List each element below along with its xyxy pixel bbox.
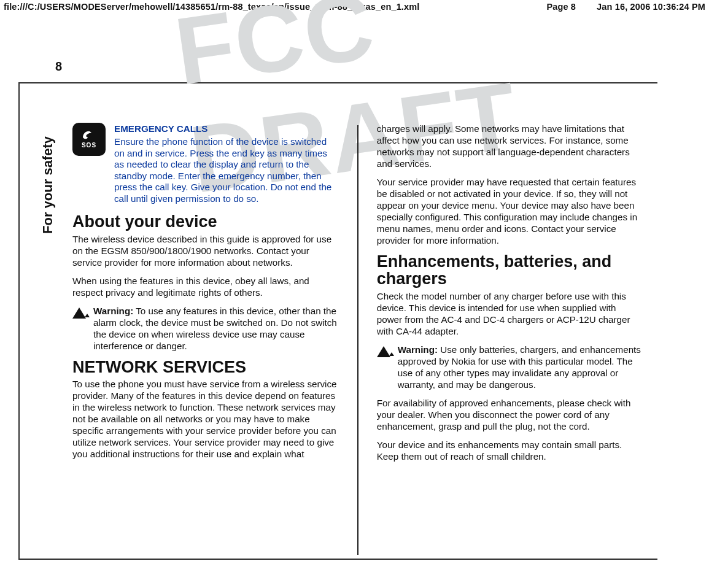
column-divider <box>357 125 358 555</box>
svg-marker-0 <box>72 308 86 319</box>
metadata-bar: file:///C:/USERS/MODEServer/mehowell/143… <box>0 0 709 12</box>
page-label: Page 8 <box>546 2 576 12</box>
emergency-block: SOS EMERGENCY CALLS Ensure the phone fun… <box>72 123 339 204</box>
network-heading: NETWORK SERVICES <box>72 358 339 376</box>
timestamp: Jan 16, 2006 10:36:24 PM <box>597 2 705 12</box>
enhancements-p1: Check the model number of any charger be… <box>377 290 643 337</box>
warning1-label: Warning: <box>93 306 133 316</box>
warning-icon <box>72 306 90 320</box>
about-heading: About your device <box>72 213 339 230</box>
page-number: 8 <box>55 60 62 74</box>
about-p1: The wireless device described in this gu… <box>72 233 339 268</box>
enhancements-heading: Enhancements, batteries, and chargers <box>377 253 643 288</box>
col2-p2: Your service provider may have requested… <box>377 176 643 246</box>
svg-marker-1 <box>85 314 90 317</box>
side-title: For your safety <box>40 136 56 234</box>
warning-block-2: Warning: Use only batteries, chargers, a… <box>377 344 643 390</box>
tail-p1: For availability of approved enhancement… <box>377 397 643 432</box>
svg-marker-3 <box>389 352 394 356</box>
tail-p2: Your device and its enhancements may con… <box>377 439 643 462</box>
network-p1: To use the phone you must have service f… <box>72 378 339 460</box>
column-left: SOS EMERGENCY CALLS Ensure the phone fun… <box>72 123 339 555</box>
svg-marker-2 <box>377 346 390 357</box>
warning-icon <box>377 345 394 358</box>
file-path: file:///C:/USERS/MODEServer/mehowell/143… <box>4 2 419 12</box>
col2-p1: charges will apply. Some networks may ha… <box>377 123 643 169</box>
warning2-label: Warning: <box>398 344 438 355</box>
emergency-body: Ensure the phone function of the device … <box>114 136 339 204</box>
sos-icon: SOS <box>72 123 106 156</box>
column-right: charges will apply. Some networks may ha… <box>377 123 643 555</box>
about-p2: When using the features in this device, … <box>72 275 339 298</box>
warning-block-1: Warning: To use any features in this dev… <box>72 305 339 352</box>
sos-label: SOS <box>82 142 96 150</box>
content-columns: SOS EMERGENCY CALLS Ensure the phone fun… <box>72 123 643 555</box>
emergency-title: EMERGENCY CALLS <box>114 123 339 134</box>
